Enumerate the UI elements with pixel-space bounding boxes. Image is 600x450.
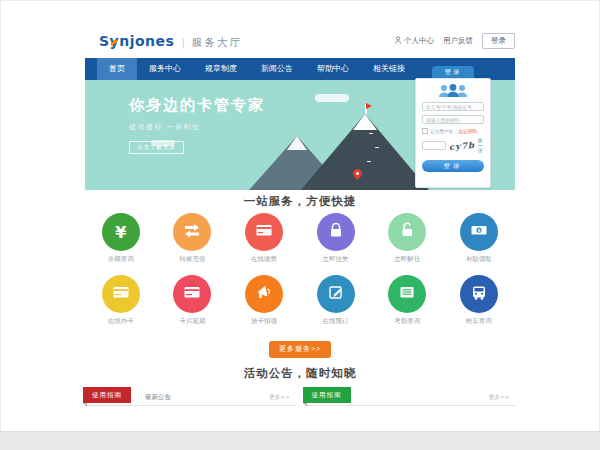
- services-section-title: 一站服务，方便快捷: [85, 194, 515, 209]
- login-panel: 记住用户名 | 忘记密码 cy7b 换一张 登录: [415, 78, 491, 188]
- service-label: 补助领取: [443, 255, 515, 264]
- service-item[interactable]: 在线缴费: [228, 213, 300, 264]
- service-item[interactable]: 在线办卡: [85, 275, 157, 326]
- panel-head: 使用指南 最新公告 更多>>: [85, 390, 296, 406]
- service-label: 考勤查询: [371, 317, 443, 326]
- nav-item-home[interactable]: 首页: [97, 58, 137, 80]
- page: Synjones | 服务大厅 个人中心 用户反馈 登录 首页 服务中心 规章制…: [0, 0, 600, 450]
- edit-icon: [326, 282, 346, 306]
- nav-item-news[interactable]: 新闻公告: [249, 58, 305, 80]
- personal-center-link[interactable]: 个人中心: [394, 36, 434, 46]
- logo[interactable]: Synjones | 服务大厅: [85, 33, 242, 50]
- usage-guide-ribbon-green[interactable]: 使用指南: [303, 387, 351, 403]
- login-options: 记住用户名 | 忘记密码: [422, 128, 484, 134]
- card-icon: [111, 282, 131, 306]
- more-services-wrap: 更多服务>>: [85, 336, 515, 358]
- captcha-row: cy7b 换一张: [422, 138, 484, 153]
- service-item[interactable]: 在线预订: [300, 275, 372, 326]
- service-label: 立即挂失: [300, 255, 372, 264]
- service-label: 在线缴费: [228, 255, 300, 264]
- users-group-icon: [422, 83, 484, 98]
- announcement-panels: 使用指南 最新公告 更多>> 使用指南 更多>>: [85, 390, 515, 406]
- service-label: 拾卡招领: [228, 317, 300, 326]
- logo-tagline: 服务大厅: [192, 36, 242, 50]
- footer-band: [0, 431, 600, 450]
- usage-guide-ribbon-red[interactable]: 使用指南: [83, 387, 131, 403]
- header-links: 个人中心 用户反馈 登录: [394, 33, 515, 49]
- service-label: 立即解挂: [371, 255, 443, 264]
- service-label: 余额查询: [85, 255, 157, 264]
- nav-item-rules[interactable]: 规章制度: [193, 58, 249, 80]
- service-item[interactable]: 立即挂失: [300, 213, 372, 264]
- service-item[interactable]: 考勤查询: [371, 275, 443, 326]
- more-link-left[interactable]: 更多>>: [269, 394, 289, 401]
- megaphone-icon: [254, 282, 274, 306]
- service-item[interactable]: 拾卡招领: [228, 275, 300, 326]
- service-item[interactable]: 转账充值: [157, 213, 229, 264]
- captcha-input[interactable]: [422, 141, 446, 150]
- top-header: Synjones | 服务大厅 个人中心 用户反馈 登录: [85, 24, 515, 58]
- latest-announcements-tab[interactable]: 最新公告: [145, 393, 171, 402]
- more-link-right[interactable]: 更多>>: [489, 394, 509, 401]
- options-separator: |: [455, 129, 457, 134]
- logo-divider: |: [181, 37, 184, 48]
- credit-card-icon: [254, 220, 274, 244]
- service-label: 转账充值: [157, 255, 229, 264]
- login-submit-button[interactable]: 登录: [422, 160, 484, 172]
- forgot-password-link[interactable]: 忘记密码: [459, 129, 477, 134]
- service-label: 校车查询: [443, 317, 515, 326]
- svg-text:$: $: [477, 228, 480, 233]
- header-login-button[interactable]: 登录: [482, 33, 515, 49]
- logo-text: Synjones: [99, 33, 174, 49]
- lock-icon: [326, 220, 346, 244]
- panel-head: 使用指南 更多>>: [305, 390, 516, 406]
- nav-item-service-center[interactable]: 服务中心: [137, 58, 193, 80]
- password-input[interactable]: [422, 115, 484, 124]
- service-label: 在线预订: [300, 317, 372, 326]
- flag-icon: [366, 103, 372, 109]
- service-item[interactable]: $补助领取: [443, 213, 515, 264]
- nav-item-related-links[interactable]: 相关链接: [361, 58, 417, 80]
- service-label: 在线办卡: [85, 317, 157, 326]
- card-icon: [182, 282, 202, 306]
- user-feedback-label: 用户反馈: [443, 36, 473, 46]
- service-item[interactable]: 校车查询: [443, 275, 515, 326]
- snow-cap: [353, 114, 377, 130]
- transfer-arrows-icon: [182, 220, 202, 244]
- service-item[interactable]: 立即解挂: [371, 213, 443, 264]
- personal-center-label: 个人中心: [404, 36, 434, 46]
- remember-label: 记住用户名: [430, 129, 453, 134]
- service-label: 卡片延期: [157, 317, 229, 326]
- guide-panel-right: 使用指南 更多>>: [305, 390, 516, 406]
- service-item[interactable]: 卡片延期: [157, 275, 229, 326]
- unlock-icon: [397, 220, 417, 244]
- username-input[interactable]: [422, 102, 484, 111]
- service-item[interactable]: ¥余额查询: [85, 213, 157, 264]
- remember-checkbox[interactable]: [422, 128, 428, 134]
- services-grid: ¥余额查询转账充值在线缴费立即挂失立即解挂$补助领取在线办卡卡片延期拾卡招领在线…: [85, 213, 515, 337]
- captcha-refresh-link[interactable]: 换一张: [478, 138, 484, 153]
- list-icon: [397, 282, 417, 306]
- bus-icon: [469, 282, 489, 306]
- login-tab[interactable]: 登录: [432, 66, 474, 78]
- cloud-icon: [151, 140, 175, 146]
- announcements-section-title: 活动公告，随时知晓: [85, 366, 515, 381]
- user-feedback-link[interactable]: 用户反馈: [443, 36, 473, 46]
- banknote-icon: $: [469, 220, 489, 244]
- nav-item-help-center[interactable]: 帮助中心: [305, 58, 361, 80]
- captcha-image[interactable]: cy7b: [449, 139, 476, 151]
- guide-panel-left: 使用指南 最新公告 更多>>: [85, 390, 296, 406]
- person-icon: [394, 36, 402, 46]
- more-services-button[interactable]: 更多服务>>: [269, 341, 331, 358]
- yen-icon: ¥: [115, 223, 126, 242]
